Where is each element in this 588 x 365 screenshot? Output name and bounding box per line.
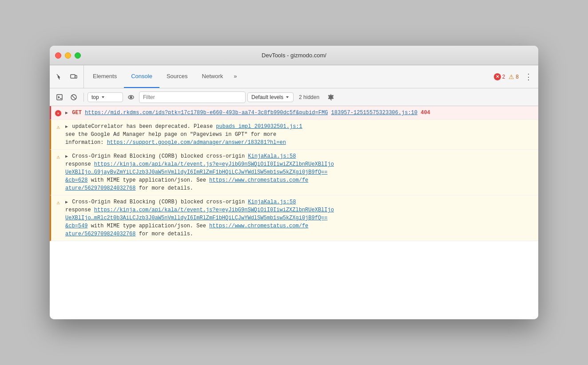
devtools-window: DevTools - gizmodo.com/ Elements Console — [50, 46, 538, 319]
warning-source-2[interactable]: KinjaKala.js:58 — [248, 153, 296, 159]
warning-entry-content-1: ▶ updateCorrelator has been deprecated. … — [65, 123, 535, 147]
tab-bar-icons — [53, 65, 84, 88]
error-count-badge: ✕ 2 — [494, 73, 505, 80]
error-entry-content: ▶ GET https://mid.rkdms.com/ids?ptk=17c1… — [65, 109, 535, 117]
console-settings-button[interactable] — [325, 91, 337, 103]
maximize-button[interactable] — [75, 52, 81, 59]
title-bar: DevTools - gizmodo.com/ — [50, 46, 538, 65]
warning-count-badge: ⚠ 8 — [509, 73, 519, 80]
warning-text-3a: Cross-Origin Read Blocking (CORB) blocke… — [72, 199, 248, 205]
warning-text-2b: response — [65, 161, 94, 167]
minimize-button[interactable] — [65, 52, 71, 59]
close-button[interactable] — [55, 52, 61, 59]
error-url-link[interactable]: https://mid.rkdms.com/ids?ptk=17c1789b-e… — [85, 110, 328, 116]
error-icon: ✕ — [55, 110, 62, 117]
warning-icon-2: ⚠ — [55, 153, 62, 160]
console-execute-button[interactable] — [53, 91, 66, 103]
tab-more[interactable]: » — [230, 65, 240, 88]
svg-line-5 — [72, 95, 75, 99]
error-status: 404 — [421, 110, 430, 116]
toolbar-divider — [83, 93, 84, 102]
warning-text-3c: with MIME type application/json. See — [91, 223, 209, 229]
filter-input[interactable] — [139, 91, 246, 103]
window-title: DevTools - gizmodo.com/ — [262, 52, 326, 59]
warning-entry-content-3: ▶ Cross-Origin Read Blocking (CORB) bloc… — [65, 198, 535, 238]
warning-icon: ⚠ — [509, 73, 514, 80]
warning-text-3d: for more details. — [139, 231, 193, 237]
warning-entry-content-2: ▶ Cross-Origin Read Blocking (CORB) bloc… — [65, 152, 535, 192]
warning-text-2d: for more details. — [139, 185, 193, 191]
console-output: ✕ ▶ GET https://mid.rkdms.com/ids?ptk=17… — [50, 106, 538, 319]
svg-rect-1 — [75, 75, 77, 78]
warning-text-2a: Cross-Origin Read Blocking (CORB) blocke… — [72, 153, 248, 159]
svg-rect-0 — [71, 75, 75, 78]
warning-text-1c: information: — [65, 139, 107, 146]
warning-text-3b: response — [65, 207, 94, 213]
warning-url-1[interactable]: https://support.google.com/admanager/ans… — [107, 139, 286, 146]
tab-sources[interactable]: Sources — [159, 65, 195, 88]
console-entry-warning-1: ⚠ ▶ updateCorrelator has been deprecated… — [50, 120, 538, 150]
expand-icon-1[interactable]: ▶ — [65, 124, 68, 129]
hidden-count: 2 hidden — [295, 94, 323, 100]
svg-point-7 — [130, 96, 132, 98]
expand-icon-3[interactable]: ▶ — [65, 200, 68, 205]
console-entry-error: ✕ ▶ GET https://mid.rkdms.com/ids?ptk=17… — [50, 106, 538, 120]
warning-icon-1: ⚠ — [55, 123, 62, 131]
tab-bar-right: ✕ 2 ⚠ 8 ⋮ — [494, 65, 535, 88]
error-icon: ✕ — [494, 73, 501, 80]
console-entry-warning-3: ⚠ ▶ Cross-Origin Read Blocking (CORB) bl… — [50, 195, 538, 241]
warning-text-1: updateCorrelator has been deprecated. Pl… — [72, 123, 216, 130]
tab-elements[interactable]: Elements — [86, 65, 124, 88]
tab-console[interactable]: Console — [124, 65, 159, 88]
inspect-element-button[interactable] — [53, 71, 66, 83]
warning-source-3[interactable]: KinjaKala.js:58 — [248, 199, 296, 205]
error-source-link[interactable]: 183957-12515575323306.js:10 — [331, 110, 417, 116]
tab-bar: Elements Console Sources Network » ✕ 2 ⚠… — [50, 65, 538, 88]
warning-text-2c: with MIME type application/json. See — [91, 177, 209, 183]
devtools-menu-button[interactable]: ⋮ — [522, 71, 535, 83]
device-toolbar-button[interactable] — [68, 71, 80, 83]
levels-dropdown[interactable]: Default levels — [247, 92, 294, 102]
warning-source-1[interactable]: pubads_impl_2019032501.js:1 — [216, 123, 302, 130]
expand-icon[interactable]: ▶ — [65, 111, 68, 115]
context-selector[interactable]: top — [87, 92, 123, 102]
warning-icon-3: ⚠ — [55, 199, 62, 206]
clear-console-button[interactable] — [68, 91, 80, 103]
warning-text-1b: see the Google Ad Manager help page on "… — [65, 131, 276, 138]
console-entry-warning-2: ⚠ ▶ Cross-Origin Read Blocking (CORB) bl… — [50, 150, 538, 195]
eye-icon-button[interactable] — [125, 91, 137, 103]
expand-icon-2[interactable]: ▶ — [65, 154, 68, 159]
traffic-lights — [55, 52, 81, 59]
http-method: GET — [72, 110, 85, 116]
console-toolbar: top Default levels 2 hidden — [50, 88, 538, 106]
tab-network[interactable]: Network — [195, 65, 230, 88]
